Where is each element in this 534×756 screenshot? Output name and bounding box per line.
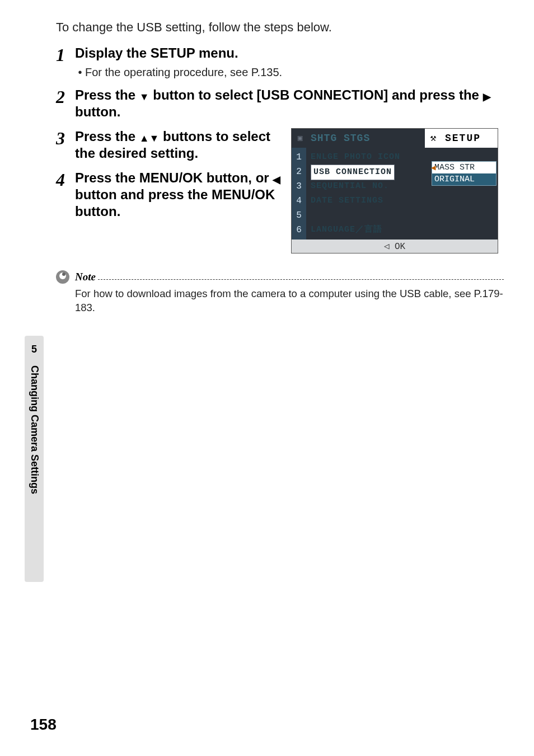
- camera-icon: ▣: [292, 129, 308, 148]
- step-4: 4 Press the MENU/OK button, or ◀ button …: [56, 170, 283, 220]
- step-subtext: •For the operating procedure, see P.135.: [75, 66, 504, 79]
- up-down-triangle-icon: ▲▼: [139, 132, 160, 145]
- note-header: Note: [56, 270, 504, 284]
- note-body: For how to download images from the came…: [75, 287, 504, 315]
- lcd-menu-item: LANGUAGE／言語: [306, 223, 498, 237]
- lcd-menu-item: [306, 208, 498, 223]
- step-number: 3: [56, 128, 75, 147]
- section-number: 5: [25, 344, 44, 355]
- lcd-option-popup: ◀MASS STR ORIGINAL: [432, 161, 496, 186]
- setup-tool-icon: ⚒: [425, 129, 442, 148]
- camera-lcd-screenshot: ▣ SHTG STGS ⚒ SETUP 1 2 3 4 5 6 ENL: [291, 128, 498, 253]
- right-triangle-icon: ▶: [483, 91, 491, 104]
- lcd-row-numbers: 1 2 3 4 5 6: [292, 148, 306, 240]
- step-number: 2: [56, 87, 75, 106]
- left-triangle-icon: ◀: [273, 173, 280, 186]
- selector-triangle-icon: ◀: [431, 163, 435, 172]
- down-triangle-icon: ▼: [139, 91, 149, 104]
- lcd-tab-shtg: SHTG STGS: [308, 129, 425, 148]
- section-label: Changing Camera Settings: [29, 365, 40, 494]
- lcd-menu-item: DATE SETTINGS: [306, 194, 498, 208]
- step-title: Press the MENU/OK button, or ◀ button an…: [75, 170, 283, 220]
- note-dash-line: [98, 274, 504, 280]
- section-side-tab: 5 Changing Camera Settings: [25, 336, 44, 582]
- note-pin-icon: [56, 270, 69, 284]
- intro-text: To change the USB setting, follow the st…: [56, 20, 504, 35]
- step-3: 3 Press the ▲▼ buttons to select the des…: [56, 128, 283, 162]
- step-number: 1: [56, 45, 75, 64]
- lcd-option-selected: ◀MASS STR: [432, 162, 496, 173]
- step-2: 2 Press the ▼ button to select [USB CONN…: [56, 87, 504, 120]
- left-outline-triangle-icon: ◁: [384, 242, 390, 252]
- lcd-tab-setup: SETUP: [442, 129, 498, 148]
- lcd-option: ORIGINAL: [432, 173, 496, 185]
- step-number: 4: [56, 170, 75, 189]
- step-title: Display the SETUP menu.: [75, 45, 504, 62]
- lcd-footer: ◁ OK: [292, 240, 498, 253]
- note-label: Note: [75, 271, 96, 283]
- step-title: Press the ▼ button to select [USB CONNEC…: [75, 87, 504, 120]
- step-1: 1 Display the SETUP menu. •For the opera…: [56, 45, 504, 79]
- step-title: Press the ▲▼ buttons to select the desir…: [75, 128, 283, 162]
- page-number: 158: [30, 716, 57, 734]
